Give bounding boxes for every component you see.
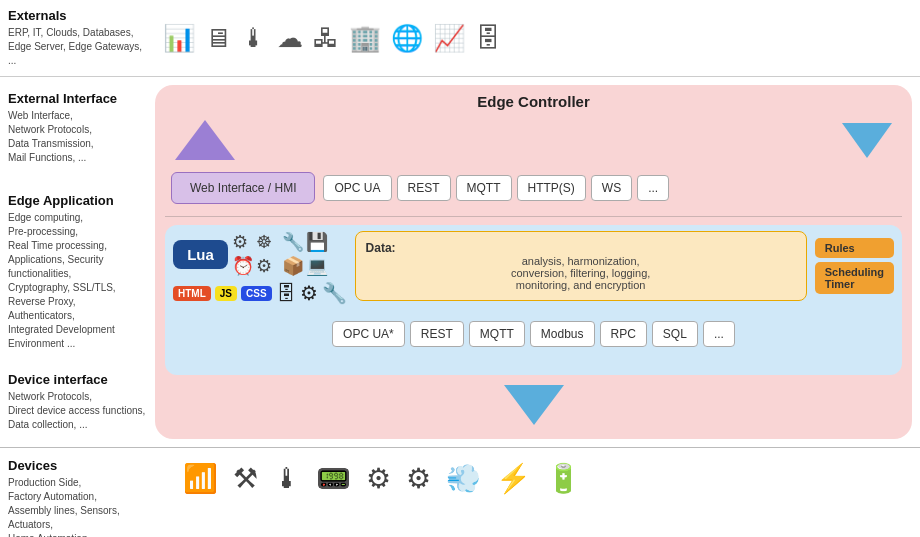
- dev-protocol-sql[interactable]: SQL: [652, 321, 698, 347]
- speedometer-icon: 🌡: [273, 462, 301, 495]
- data-box-content: analysis, harmonization,conversion, filt…: [366, 255, 796, 291]
- device-iface-label: Device interface Network Protocols,Direc…: [0, 362, 155, 447]
- externals-title: Externals: [8, 8, 149, 23]
- bottom-down-arrow-container: [165, 381, 902, 429]
- device-iface-title: Device interface: [8, 372, 149, 387]
- right-down-arrow: [842, 123, 892, 158]
- binary-icons: ⚙ ☸ ⏰ ⚙: [232, 231, 278, 277]
- externals-desc: ERP, IT, Clouds, Databases,Edge Server, …: [8, 26, 149, 68]
- rules-box: Rules SchedulingTimer: [815, 238, 894, 294]
- tool-icon-3: 📦: [282, 255, 304, 277]
- network-cloud-icon: ☁: [277, 25, 303, 51]
- dashboard-icon: 📊: [163, 25, 195, 51]
- ext-interface-desc: Web Interface,Network Protocols,Data Tra…: [8, 109, 149, 165]
- tool-icon-4: 💻: [306, 255, 328, 277]
- middle-section: External Interface Web Interface,Network…: [0, 77, 920, 447]
- devices-desc: Production Side,Factory Automation,Assem…: [8, 476, 149, 537]
- protocol-opc-ua[interactable]: OPC UA: [323, 175, 391, 201]
- externals-label: Externals ERP, IT, Clouds, Databases,Edg…: [0, 0, 155, 76]
- externals-content: 📊 🖥 🌡 ☁ 🖧 🏢 🌐 📈 🗄: [155, 15, 920, 61]
- rules-button[interactable]: Rules: [815, 238, 894, 258]
- devices-content: 📶 ⚒ 🌡 📟 ⚙ ⚙ 💨 ⚡ 🔋: [155, 448, 920, 505]
- web-hmi-button[interactable]: Web Interface / HMI: [171, 172, 315, 204]
- left-labels: External Interface Web Interface,Network…: [0, 77, 155, 447]
- device-protocols-row: OPC UA* REST MQTT Modbus RPC SQL ...: [173, 311, 894, 351]
- tool-icon-1: 🔧: [282, 231, 304, 253]
- binary-icon-3: ⏰: [232, 255, 254, 277]
- tool-icons: 🔧 💾 📦 💻: [282, 231, 328, 277]
- left-arrows: [175, 120, 235, 160]
- protocol-rest[interactable]: REST: [397, 175, 451, 201]
- chart-icon: 📈: [433, 25, 465, 51]
- html-badge: HTML: [173, 286, 211, 301]
- ext-interface-title: External Interface: [8, 91, 149, 106]
- edge-app-title: Edge Application: [8, 193, 149, 208]
- circuit-icon: 📟: [316, 462, 351, 495]
- tool-icon-2: 💾: [306, 231, 328, 253]
- binary-icon-1: ⚙: [232, 231, 254, 253]
- dev-protocol-rpc[interactable]: RPC: [600, 321, 647, 347]
- protocol-https[interactable]: HTTP(S): [517, 175, 586, 201]
- devices-title: Devices: [8, 458, 149, 473]
- ext-protocol-section: Web Interface / HMI OPC UA REST MQTT HTT…: [165, 168, 902, 208]
- right-arrows: [842, 123, 892, 158]
- data-rules-area: Data: analysis, harmonization,conversion…: [355, 231, 894, 301]
- settings-gear-icon: ⚙: [406, 462, 431, 495]
- protocol-ws[interactable]: WS: [591, 175, 632, 201]
- web-badges-row: HTML JS CSS 🗄 ⚙ 🔧: [173, 281, 347, 305]
- left-up-arrow: [175, 120, 235, 160]
- gear-device-icon: ⚙: [366, 462, 391, 495]
- dev-protocol-rest[interactable]: REST: [410, 321, 464, 347]
- ext-protocols-row: OPC UA REST MQTT HTTP(S) WS ...: [323, 175, 669, 201]
- edge-controller-area: Edge Controller Web Interface / HMI: [155, 77, 920, 447]
- dev-protocol-opc-ua[interactable]: OPC UA*: [332, 321, 405, 347]
- scheduling-button[interactable]: SchedulingTimer: [815, 262, 894, 294]
- app-area: Lua ⚙ ☸ ⏰ ⚙ 🔧: [173, 231, 894, 305]
- protocol-more[interactable]: ...: [637, 175, 669, 201]
- blue-app-box: Lua ⚙ ☸ ⏰ ⚙ 🔧: [165, 225, 902, 375]
- logos-cluster: Lua ⚙ ☸ ⏰ ⚙ 🔧: [173, 231, 347, 305]
- edge-app-desc: Edge computing,Pre-processing,Real Time …: [8, 211, 149, 351]
- gauge-icon: 🌡: [241, 25, 267, 51]
- js-badge: JS: [215, 286, 237, 301]
- globe-icon: 🌐: [391, 25, 423, 51]
- bottom-down-arrow: [504, 385, 564, 425]
- gear-icon-2: ⚙: [300, 281, 318, 305]
- data-box: Data: analysis, harmonization,conversion…: [355, 231, 807, 301]
- ext-interface-label: External Interface Web Interface,Network…: [0, 77, 155, 173]
- protocol-mqtt[interactable]: MQTT: [456, 175, 512, 201]
- server-cluster-icon: 🖧: [313, 25, 339, 51]
- upper-arrow-row: [165, 118, 902, 162]
- building-server-icon: 🏢: [349, 25, 381, 51]
- main-container: Externals ERP, IT, Clouds, Databases,Edg…: [0, 0, 920, 537]
- db-icon: 🗄: [276, 282, 296, 305]
- edge-app-label: Edge Application Edge computing,Pre-proc…: [0, 173, 155, 362]
- windmill-icon: 💨: [446, 462, 481, 495]
- crane-icon: ⚒: [233, 462, 258, 495]
- wrench-icon: 🔧: [322, 281, 347, 305]
- screen-icon: 🖥: [205, 25, 231, 51]
- battery-icon: 🔋: [546, 462, 581, 495]
- data-box-title: Data:: [366, 241, 796, 255]
- lua-logo: Lua: [173, 240, 228, 269]
- dev-protocol-mqtt[interactable]: MQTT: [469, 321, 525, 347]
- database-icon: 🗄: [475, 25, 501, 51]
- device-iface-desc: Network Protocols,Direct device access f…: [8, 390, 149, 432]
- css-badge: CSS: [241, 286, 272, 301]
- devices-icons-row: 📶 ⚒ 🌡 📟 ⚙ ⚙ 💨 ⚡ 🔋: [163, 454, 912, 499]
- binary-icon-4: ⚙: [256, 255, 278, 277]
- inner-divider-1: [165, 216, 902, 217]
- edge-controller-title: Edge Controller: [165, 93, 902, 110]
- power-tower-icon: ⚡: [496, 462, 531, 495]
- binary-icon-2: ☸: [256, 231, 278, 253]
- externals-row: Externals ERP, IT, Clouds, Databases,Edg…: [0, 0, 920, 77]
- tower-icon: 📶: [183, 462, 218, 495]
- devices-label: Devices Production Side,Factory Automati…: [0, 448, 155, 537]
- devices-row: Devices Production Side,Factory Automati…: [0, 448, 920, 537]
- edge-outer-box: Edge Controller Web Interface / HMI: [155, 85, 912, 439]
- externals-icons: 📊 🖥 🌡 ☁ 🖧 🏢 🌐 📈 🗄: [163, 21, 912, 55]
- dev-protocol-modbus[interactable]: Modbus: [530, 321, 595, 347]
- dev-protocol-more[interactable]: ...: [703, 321, 735, 347]
